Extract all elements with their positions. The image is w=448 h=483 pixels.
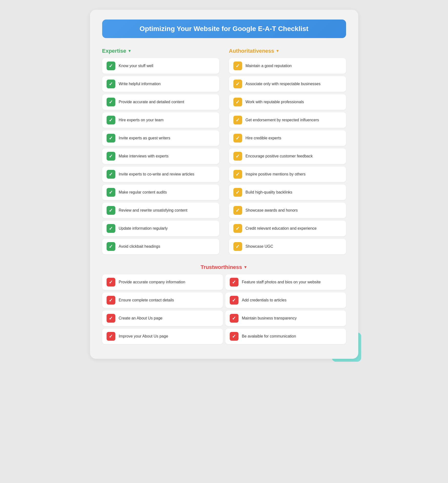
item-label: Provide accurate company information xyxy=(119,280,185,284)
item-label: Invite experts to co-write and review ar… xyxy=(119,172,194,176)
expertise-heading: Expertise ▼ xyxy=(102,48,219,54)
list-item: ✓Showcase UGC xyxy=(229,239,346,254)
list-item: ✓Improve your About Us page xyxy=(102,329,223,344)
item-label: Hire credible experts xyxy=(246,136,281,140)
check-icon: ✓ xyxy=(107,116,115,124)
list-item: ✓Write helpful information xyxy=(102,76,219,92)
expertise-checklist: ✓Know your stuff well✓Write helpful info… xyxy=(102,58,219,254)
check-icon: ✓ xyxy=(107,314,115,323)
check-icon: ✓ xyxy=(230,296,239,305)
item-label: Inspire positive mentions by others xyxy=(246,172,306,176)
item-label: Ensure complete contact details xyxy=(119,298,174,302)
item-label: Encourage positive customer feedback xyxy=(246,154,313,158)
check-icon: ✓ xyxy=(233,224,242,233)
list-item: ✓Hire credible experts xyxy=(229,130,346,146)
check-icon: ✓ xyxy=(107,62,115,70)
trustworthiness-heading: Trustworthiness ▼ xyxy=(102,264,346,270)
list-item: ✓Make regular content audits xyxy=(102,185,219,200)
item-label: Hire experts on your team xyxy=(119,118,164,122)
check-icon: ✓ xyxy=(233,116,242,124)
top-two-col: Expertise ▼ ✓Know your stuff well✓Write … xyxy=(102,48,346,254)
authoritativeness-section: Authoritativeness ▼ ✓Maintain a good rep… xyxy=(229,48,346,254)
list-item: ✓Provide accurate company information xyxy=(102,274,223,290)
list-item: ✓Encourage positive customer feedback xyxy=(229,148,346,164)
list-item: ✓Make interviews with experts xyxy=(102,148,219,164)
check-icon: ✓ xyxy=(233,242,242,251)
check-icon: ✓ xyxy=(107,332,115,341)
trustworthiness-grid: ✓Provide accurate company information✓En… xyxy=(102,274,346,344)
check-icon: ✓ xyxy=(107,152,115,161)
list-item: ✓Invite experts as guest writers xyxy=(102,130,219,146)
item-label: Work with reputable professionals xyxy=(246,100,304,104)
item-label: Create an About Us page xyxy=(119,316,163,320)
item-label: Credit relevant education and experience xyxy=(246,226,317,231)
check-icon: ✓ xyxy=(233,62,242,70)
item-label: Know your stuff well xyxy=(119,64,153,68)
item-label: Update information regularly xyxy=(119,226,168,231)
main-card: Optimizing Your Website for Google E-A-T… xyxy=(90,10,358,359)
item-label: Add credentials to articles xyxy=(242,298,287,302)
item-label: Feature staff photos and bios on your we… xyxy=(242,280,321,284)
item-label: Write helpful information xyxy=(119,82,161,86)
list-item: ✓Showcase awards and honors xyxy=(229,203,346,218)
item-label: Provide accurate and detailed content xyxy=(119,100,184,104)
trust-right-checklist: ✓Feature staff photos and bios on your w… xyxy=(225,274,346,344)
list-item: ✓Avoid clickbait headings xyxy=(102,239,219,254)
check-icon: ✓ xyxy=(107,134,115,143)
trustworthiness-arrow: ▼ xyxy=(244,265,248,269)
list-item: ✓Maintain a good reputation xyxy=(229,58,346,74)
trustworthiness-section: Trustworthiness ▼ ✓Provide accurate comp… xyxy=(102,264,346,344)
list-item: ✓Maintain business transparency xyxy=(225,310,346,326)
list-item: ✓Associate only with respectable busines… xyxy=(229,76,346,92)
list-item: ✓Create an About Us page xyxy=(102,310,223,326)
authoritativeness-label: Authoritativeness xyxy=(229,48,274,54)
check-icon: ✓ xyxy=(107,242,115,251)
check-icon: ✓ xyxy=(107,170,115,179)
item-label: Improve your About Us page xyxy=(119,334,168,339)
check-icon: ✓ xyxy=(107,188,115,197)
check-icon: ✓ xyxy=(107,278,115,287)
check-icon: ✓ xyxy=(233,170,242,179)
check-icon: ✓ xyxy=(233,80,242,88)
trustworthiness-label: Trustworthiness xyxy=(201,264,242,270)
item-label: Showcase UGC xyxy=(246,244,273,249)
list-item: ✓Provide accurate and detailed content xyxy=(102,94,219,110)
page-title: Optimizing Your Website for Google E-A-T… xyxy=(112,25,336,33)
list-item: ✓Get endorsement by respected inlfuencer… xyxy=(229,112,346,128)
check-icon: ✓ xyxy=(233,206,242,215)
item-label: Avoid clickbait headings xyxy=(119,244,160,249)
check-icon: ✓ xyxy=(107,98,115,106)
check-icon: ✓ xyxy=(107,224,115,233)
list-item: ✓Hire experts on your team xyxy=(102,112,219,128)
check-icon: ✓ xyxy=(233,98,242,106)
item-label: Make regular content audits xyxy=(119,190,167,195)
list-item: ✓Feature staff photos and bios on your w… xyxy=(225,274,346,290)
item-label: Invite experts as guest writers xyxy=(119,136,170,140)
list-item: ✓Build high-quality backlinks xyxy=(229,185,346,200)
check-icon: ✓ xyxy=(233,134,242,143)
item-label: Maintain a good reputation xyxy=(246,64,292,68)
list-item: ✓Ensure complete contact details xyxy=(102,292,223,308)
expertise-label: Expertise xyxy=(102,48,126,54)
list-item: ✓Add credentials to articles xyxy=(225,292,346,308)
check-icon: ✓ xyxy=(230,332,239,341)
item-label: Maintain business transparency xyxy=(242,316,297,320)
item-label: Associate only with respectable business… xyxy=(246,82,321,86)
list-item: ✓Inspire positive mentions by others xyxy=(229,166,346,182)
check-icon: ✓ xyxy=(233,188,242,197)
check-icon: ✓ xyxy=(107,80,115,88)
authoritativeness-arrow: ▼ xyxy=(276,49,279,53)
check-icon: ✓ xyxy=(230,314,239,323)
check-icon: ✓ xyxy=(230,278,239,287)
expertise-section: Expertise ▼ ✓Know your stuff well✓Write … xyxy=(102,48,219,254)
item-label: Build high-quality backlinks xyxy=(246,190,292,195)
list-item: ✓Know your stuff well xyxy=(102,58,219,74)
list-item: ✓Invite experts to co-write and review a… xyxy=(102,166,219,182)
check-icon: ✓ xyxy=(233,152,242,161)
authoritativeness-heading: Authoritativeness ▼ xyxy=(229,48,346,54)
list-item: ✓Credit relevant education and experienc… xyxy=(229,221,346,236)
trust-left-checklist: ✓Provide accurate company information✓En… xyxy=(102,274,223,344)
list-item: ✓Review and rewrite unsatisfying content xyxy=(102,203,219,218)
check-icon: ✓ xyxy=(107,206,115,215)
list-item: ✓Work with reputable professionals xyxy=(229,94,346,110)
